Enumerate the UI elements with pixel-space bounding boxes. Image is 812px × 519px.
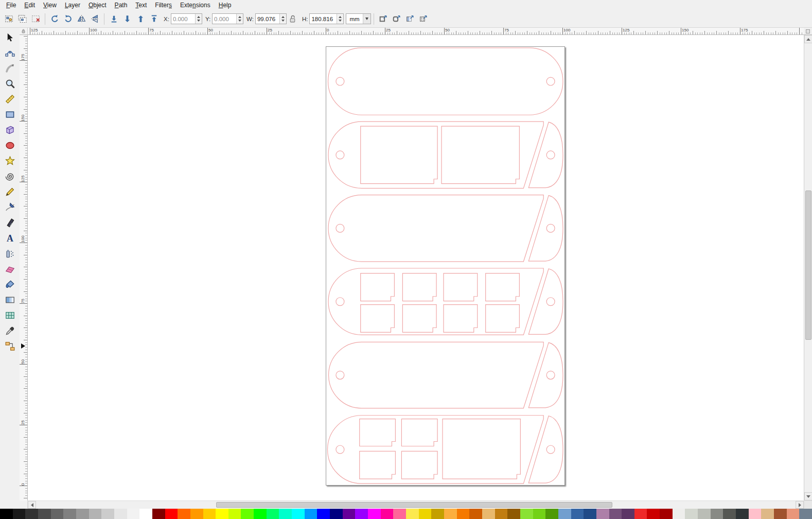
palette-swatch[interactable] [647, 509, 660, 519]
menu-text[interactable]: Text [131, 1, 151, 10]
menu-help[interactable]: Help [215, 1, 236, 10]
spiral-tool[interactable] [2, 168, 17, 184]
vertical-ruler[interactable]: 1751501251007550250 [20, 35, 28, 500]
palette-swatch[interactable] [774, 509, 787, 519]
drawing[interactable] [326, 47, 564, 485]
scale-corners-toggle-button[interactable] [390, 12, 403, 26]
tag-hole[interactable] [546, 298, 555, 306]
palette-swatch[interactable] [469, 509, 482, 519]
palette-swatch[interactable] [25, 509, 38, 519]
palette-swatch[interactable] [127, 509, 140, 519]
palette-swatch[interactable] [216, 509, 228, 519]
palette-swatch[interactable] [787, 509, 800, 519]
tag-hole[interactable] [336, 224, 344, 232]
tag-hole[interactable] [546, 151, 555, 159]
menu-view[interactable]: View [39, 1, 61, 10]
raise-to-top-button[interactable] [147, 12, 161, 26]
bezier-tool[interactable] [2, 199, 17, 215]
move-patterns-toggle-button[interactable] [417, 12, 430, 26]
palette-swatch[interactable] [101, 509, 114, 519]
palette-swatch[interactable] [203, 509, 216, 519]
palette-swatch[interactable] [279, 509, 292, 519]
tag-hole[interactable] [336, 298, 344, 306]
tag-cutout[interactable] [443, 419, 520, 479]
bucket-fill-tool[interactable] [2, 276, 17, 292]
palette-swatch[interactable] [190, 509, 203, 519]
x-input[interactable] [171, 14, 195, 24]
tag-cutout[interactable] [444, 273, 478, 301]
palette-swatch[interactable] [698, 509, 711, 519]
tag-outline[interactable] [328, 48, 563, 115]
palette-swatch[interactable] [13, 509, 26, 519]
tag-cutout[interactable] [444, 305, 478, 333]
palette-swatch[interactable] [736, 509, 749, 519]
box3d-tool[interactable] [2, 122, 17, 137]
eraser-tool[interactable] [2, 261, 17, 276]
tag-cutout[interactable] [442, 126, 519, 184]
scale-stroke-toggle-button[interactable] [377, 12, 390, 26]
palette-swatch[interactable] [254, 509, 267, 519]
guide-lock-corner[interactable] [20, 28, 28, 35]
x-spin-buttons[interactable] [195, 14, 202, 24]
palette-swatch[interactable] [330, 509, 343, 519]
y-input[interactable] [213, 14, 236, 24]
palette-swatch[interactable] [178, 509, 190, 519]
palette-swatch[interactable] [431, 509, 444, 519]
w-spin-buttons[interactable] [279, 14, 286, 24]
vertical-scroll-thumb[interactable] [805, 191, 811, 340]
dropper-tool[interactable] [2, 323, 17, 338]
h-input[interactable] [310, 14, 337, 24]
rotate-90-cw-button[interactable] [61, 12, 75, 26]
palette-swatch[interactable] [507, 509, 520, 519]
tag-cutout[interactable] [402, 273, 436, 301]
spray-tool[interactable] [2, 246, 17, 261]
menu-extensions[interactable]: Extensions [176, 1, 215, 10]
palette-swatch[interactable] [571, 509, 584, 519]
scroll-up-button[interactable] [804, 35, 812, 43]
move-gradients-toggle-button[interactable] [403, 12, 417, 26]
lock-ratio-button[interactable] [287, 13, 299, 25]
calligraphy-tool[interactable] [2, 215, 17, 230]
palette-swatch[interactable] [228, 509, 241, 519]
tag-cutout[interactable] [361, 305, 395, 333]
palette-swatch[interactable] [76, 509, 89, 519]
palette-swatch[interactable] [622, 509, 634, 519]
flip-vertical-button[interactable] [88, 12, 101, 26]
palette-swatch[interactable] [38, 509, 51, 519]
palette-swatch[interactable] [114, 509, 127, 519]
palette-swatch[interactable] [393, 509, 406, 519]
palette-swatch[interactable] [723, 509, 736, 519]
lower-to-bottom-button[interactable] [107, 12, 120, 26]
horizontal-scrollbar[interactable] [28, 500, 804, 509]
units-dropdown[interactable]: mm [346, 13, 370, 24]
palette-swatch[interactable] [533, 509, 546, 519]
menu-object[interactable]: Object [84, 1, 111, 10]
ruler-end-button[interactable] [804, 28, 812, 35]
palette-swatch[interactable] [305, 509, 317, 519]
palette-swatch[interactable] [761, 509, 774, 519]
rectangle-tool[interactable] [2, 107, 17, 122]
deselect-button[interactable] [29, 12, 42, 26]
tag-cutout[interactable] [360, 419, 396, 446]
palette-swatch[interactable] [685, 509, 698, 519]
palette-swatch[interactable] [317, 509, 330, 519]
menu-layer[interactable]: Layer [61, 1, 84, 10]
palette-swatch[interactable] [545, 509, 558, 519]
palette-swatch[interactable] [368, 509, 381, 519]
gradient-tool[interactable] [2, 292, 17, 307]
connector-tool[interactable] [2, 338, 17, 354]
flip-horizontal-button[interactable] [75, 12, 88, 26]
palette-swatch[interactable] [89, 509, 102, 519]
palette-swatch[interactable] [609, 509, 622, 519]
tag-hole[interactable] [336, 445, 344, 454]
tag-cutout[interactable] [360, 451, 396, 479]
palette-swatch[interactable] [51, 509, 64, 519]
palette-swatch[interactable] [292, 509, 305, 519]
tag-cutout[interactable] [402, 305, 436, 333]
select-all-button[interactable] [2, 12, 15, 26]
palette-swatch[interactable] [495, 509, 508, 519]
scroll-right-button[interactable] [796, 501, 804, 509]
h-spin-buttons[interactable] [337, 14, 343, 24]
tag-cutout[interactable] [486, 273, 520, 301]
tag-cutout[interactable] [361, 126, 437, 184]
